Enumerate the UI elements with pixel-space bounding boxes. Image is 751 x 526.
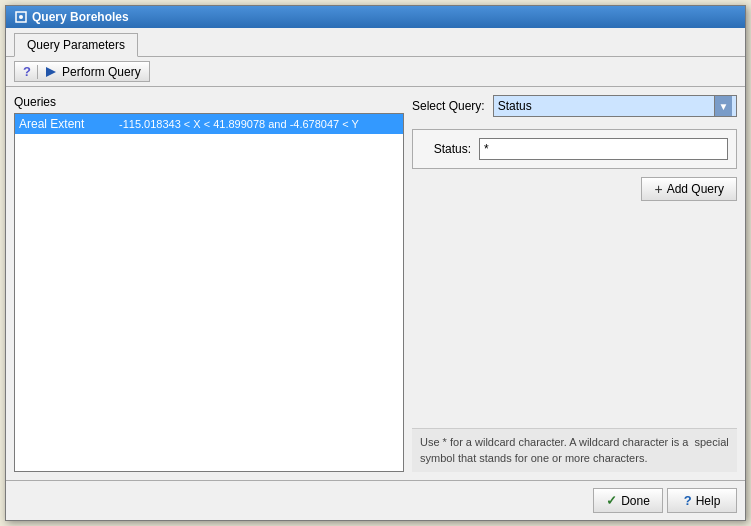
title-bar-text: Query Boreholes — [32, 10, 129, 24]
help-label: Help — [696, 494, 721, 508]
perform-query-button[interactable]: ? Perform Query — [14, 61, 150, 82]
combo-arrow-icon[interactable]: ▼ — [714, 96, 732, 116]
toolbar-divider — [37, 65, 38, 79]
left-panel: Queries Areal Extent -115.018343 < X < 4… — [14, 95, 404, 472]
status-label: Status: — [421, 142, 471, 156]
tab-query-parameters[interactable]: Query Parameters — [14, 33, 138, 57]
spacer — [412, 209, 737, 420]
select-query-value: Status — [498, 99, 532, 113]
select-query-row: Select Query: Status ▼ — [412, 95, 737, 117]
table-row[interactable]: Areal Extent -115.018343 < X < 41.899078… — [15, 114, 403, 134]
main-area: Queries Areal Extent -115.018343 < X < 4… — [6, 87, 745, 480]
select-query-label: Select Query: — [412, 99, 485, 113]
tab-query-parameters-label: Query Parameters — [27, 38, 125, 52]
select-query-combo[interactable]: Status ▼ — [493, 95, 737, 117]
title-bar-icon — [14, 10, 28, 24]
dialog-content: Query Parameters ? Perform Query Queries… — [6, 28, 745, 480]
dialog-window: Query Boreholes Query Parameters ? Perfo… — [5, 5, 746, 521]
param-row-status: Status: — [421, 138, 728, 160]
title-bar: Query Boreholes — [6, 6, 745, 28]
perform-query-label: Perform Query — [62, 65, 141, 79]
query-expression: -115.018343 < X < 41.899078 and -4.67804… — [119, 118, 359, 130]
add-query-label: Add Query — [667, 182, 724, 196]
plus-icon: + — [654, 181, 662, 197]
run-icon — [44, 65, 58, 79]
question-icon: ? — [23, 64, 31, 79]
queries-label: Queries — [14, 95, 404, 109]
done-button[interactable]: ✓ Done — [593, 488, 663, 513]
params-box: Status: — [412, 129, 737, 169]
check-icon: ✓ — [606, 493, 617, 508]
svg-marker-2 — [46, 67, 56, 77]
query-name: Areal Extent — [19, 117, 119, 131]
done-label: Done — [621, 494, 650, 508]
add-query-container: + Add Query — [412, 177, 737, 201]
help-button[interactable]: ? Help — [667, 488, 737, 513]
wildcard-note: Use * for a wildcard character. A wildca… — [412, 428, 737, 472]
add-query-button[interactable]: + Add Query — [641, 177, 737, 201]
status-input[interactable] — [479, 138, 728, 160]
footer: ✓ Done ? Help — [6, 480, 745, 520]
tab-bar: Query Parameters — [6, 28, 745, 57]
help-icon: ? — [684, 493, 692, 508]
right-panel: Select Query: Status ▼ Status: — [412, 95, 737, 472]
toolbar: ? Perform Query — [6, 57, 745, 87]
queries-list[interactable]: Areal Extent -115.018343 < X < 41.899078… — [14, 113, 404, 472]
svg-point-1 — [19, 15, 23, 19]
